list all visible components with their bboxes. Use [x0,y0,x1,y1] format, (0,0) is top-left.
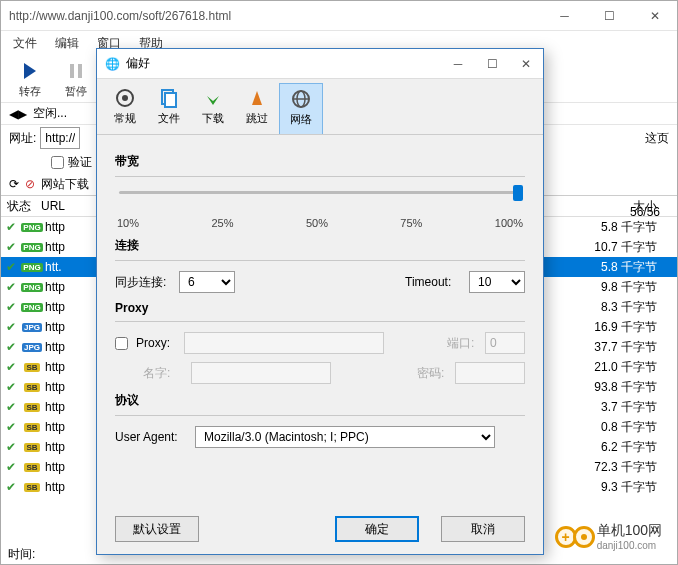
thispage-label[interactable]: 这页 [645,130,669,147]
watermark-domain: danji100.com [597,540,662,551]
dialog-body: 带宽 10% 25% 50% 75% 100% 连接 同步连接: 6 Timeo… [97,135,543,466]
proxy-title: Proxy [115,301,525,315]
row-size: 9.8 千字节 [567,279,677,296]
skip-icon [235,85,279,111]
filetype-icon: JPG [22,323,42,332]
dialog-minimize[interactable]: ─ [441,49,475,79]
row-size: 21.0 千字节 [567,359,677,376]
proxy-pass-input[interactable] [455,362,525,384]
globe-icon: 🌐 [105,57,120,71]
filetype-icon: SB [24,423,39,432]
save-label: 转存 [9,84,51,99]
sync-label: 同步连接: [115,274,171,291]
row-size: 5.8 千字节 [567,219,677,236]
ua-label: User Agent: [115,430,187,444]
watermark-name: 单机100网 [597,522,662,540]
tab-network[interactable]: 网络 [279,83,323,134]
filetype-icon: PNG [21,243,42,252]
check-icon: ✔ [6,340,16,354]
dialog-close[interactable]: ✕ [509,49,543,79]
svg-marker-0 [24,63,36,79]
download-label: 网站下载 [41,176,89,193]
check-icon: ✔ [6,420,16,434]
protocol-title: 协议 [115,392,525,409]
dialog-title: 偏好 [126,55,150,72]
check-icon: ✔ [6,400,16,414]
timeout-label: Timeout: [405,275,461,289]
filetype-icon: PNG [21,263,42,272]
row-size: 72.3 千字节 [567,459,677,476]
filetype-icon: SB [24,483,39,492]
filetype-icon: PNG [21,303,42,312]
connection-title: 连接 [115,237,525,254]
check-icon: ✔ [6,320,16,334]
proxy-label: Proxy: [136,336,176,350]
preferences-dialog: 🌐 偏好 ─ ☐ ✕ 常规 文件 下载 跳过 网络 带 [96,48,544,555]
row-size: 16.9 千字节 [567,319,677,336]
cancel-button[interactable]: 取消 [441,516,525,542]
svg-rect-2 [78,64,82,78]
pass-label: 密码: [417,365,447,382]
menu-file[interactable]: 文件 [13,35,37,51]
dialog-tabs: 常规 文件 下载 跳过 网络 [97,79,543,135]
row-size: 10.7 千字节 [567,239,677,256]
proxy-host-input[interactable] [184,332,384,354]
port-label: 端口: [447,335,477,352]
footer-time: 时间: [8,546,35,563]
ok-button[interactable]: 确定 [335,516,419,542]
header-size[interactable]: 大小 [567,198,677,215]
tab-download[interactable]: 下载 [191,83,235,134]
timeout-select[interactable]: 10 [469,271,525,293]
maximize-button[interactable]: ☐ [587,1,632,31]
bandwidth-slider[interactable] [115,187,525,215]
slider-labels: 10% 25% 50% 75% 100% [115,217,525,229]
dialog-buttons: 默认设置 确定 取消 [97,516,543,542]
download-icon [191,85,235,111]
check-icon: ✔ [6,260,16,274]
row-size: 0.8 千字节 [567,419,677,436]
filetype-icon: SB [24,403,39,412]
sound-icon: ◀▶ [9,107,27,121]
check-icon: ✔ [6,440,16,454]
ua-select[interactable]: Mozilla/3.0 (Macintosh; I; PPC) [195,426,495,448]
svg-rect-1 [70,64,74,78]
watermark-logo-icon: + [555,526,591,548]
watermark: + 单机100网 danji100.com [555,522,662,551]
proxy-port-input[interactable] [485,332,525,354]
row-size: 6.2 千字节 [567,439,677,456]
filetype-icon: SB [24,363,39,372]
dialog-maximize[interactable]: ☐ [475,49,509,79]
minimize-button[interactable]: ─ [542,1,587,31]
check-icon: ✔ [6,220,16,234]
filetype-icon: PNG [21,283,42,292]
proxy-user-input[interactable] [191,362,331,384]
sync-select[interactable]: 6 [179,271,235,293]
svg-rect-6 [165,93,176,107]
row-size: 8.3 千字节 [567,299,677,316]
check-icon: ✔ [6,360,16,374]
refresh-icon[interactable]: ⟳ [9,177,19,191]
proxy-checkbox[interactable] [115,337,128,350]
row-size: 93.8 千字节 [567,379,677,396]
addr-label: 网址: [9,130,36,147]
filetype-icon: JPG [22,343,42,352]
close-button[interactable]: ✕ [632,1,677,31]
menu-edit[interactable]: 编辑 [55,35,79,51]
check-icon: ✔ [6,480,16,494]
files-icon [147,85,191,111]
verify-checkbox[interactable] [51,156,64,169]
addr-scheme-input[interactable] [40,127,80,149]
tab-general[interactable]: 常规 [103,83,147,134]
cancel-icon[interactable]: ⊘ [25,177,35,191]
header-status[interactable]: 状态 [1,198,39,215]
main-titlebar: http://www.danji100.com/soft/267618.html… [1,1,677,31]
titlebar-url: http://www.danji100.com/soft/267618.html [9,9,542,23]
tab-files[interactable]: 文件 [147,83,191,134]
defaults-button[interactable]: 默认设置 [115,516,199,542]
gear-icon [103,85,147,111]
tab-skip[interactable]: 跳过 [235,83,279,134]
pause-button[interactable]: 暂停 [55,58,97,99]
verify-label: 验证 [68,154,92,171]
filetype-icon: SB [24,383,39,392]
save-button[interactable]: 转存 [9,58,51,99]
